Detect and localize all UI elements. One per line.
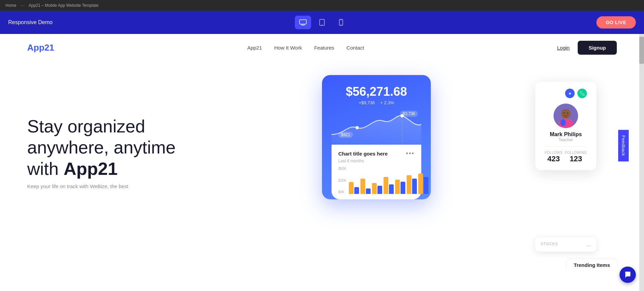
chat-icon [624, 271, 631, 278]
bar-group-7 [418, 174, 428, 194]
profile-avatar [554, 104, 578, 128]
following-count: 123 [565, 154, 587, 163]
bar-blue-7 [424, 177, 428, 194]
trending-items-label: Trending Items [567, 259, 617, 271]
nav-link-how-it-work[interactable]: How It Work [274, 45, 302, 51]
following-label: FOLLOWING [565, 151, 587, 154]
mobile-device-button[interactable] [333, 16, 349, 29]
chart-more-dots[interactable]: ••• [406, 150, 414, 157]
browser-home-link[interactable]: Home [5, 3, 16, 8]
chart-subtitle: Last 6 months [338, 159, 414, 163]
bar-blue-6 [412, 179, 417, 194]
y-label-0k: $0K [338, 190, 346, 194]
bar-blue-4 [389, 184, 394, 194]
nav-link-contact[interactable]: Contact [346, 45, 364, 51]
bar-group-2 [360, 179, 371, 194]
main-chart-card: $56,271.68 +$9,736 + 2.3% $3,736 $921 [322, 75, 431, 199]
chart-stat-dollars: +$9,736 [359, 100, 375, 105]
svg-point-9 [356, 126, 359, 129]
builder-logo: Responsive Demo [8, 19, 53, 25]
trending-section: Trending Items [0, 258, 644, 271]
bar-group-1 [349, 182, 359, 194]
svg-point-16 [563, 112, 565, 114]
hero-visuals: $56,271.68 +$9,736 + 2.3% $3,736 $921 [322, 68, 617, 258]
profile-stats: FOLLOWS 423 FOLLOWING 123 [545, 146, 587, 163]
site-logo: App21 [27, 42, 54, 53]
bar-group-4 [384, 177, 394, 194]
bar-group-6 [407, 175, 417, 194]
nav-login-link[interactable]: Login [557, 45, 570, 51]
browser-page-title: App21 – Mobile App Website Template [29, 3, 99, 8]
scrollbar[interactable] [639, 34, 644, 291]
hero-subtitle: Keep your life on track with WeBize, the… [27, 183, 170, 189]
site-navigation: App21 App21 How It Work Features Contact… [0, 34, 644, 61]
notification-icon-dot: ● [565, 89, 575, 98]
wave-point-high: $3,736 [400, 111, 418, 117]
stocks-header: STOCKS ... [541, 241, 591, 248]
profile-card: ● [535, 82, 596, 170]
bar-orange-4 [384, 177, 388, 194]
svg-point-15 [561, 109, 571, 119]
follows-stat: FOLLOWS 423 [545, 151, 562, 163]
builder-header: Responsive Demo GO LIVE [0, 11, 644, 34]
follows-count: 423 [545, 154, 562, 163]
chart-stat-percent: + 2.3% [380, 100, 394, 105]
browser-bar: Home — App21 – Mobile App Website Templa… [0, 0, 644, 11]
tablet-device-button[interactable] [314, 16, 330, 29]
bar-blue-5 [401, 182, 405, 194]
browser-separator: — [20, 3, 24, 8]
chart-title-text: Chart title goes here [338, 151, 388, 157]
phone-icon-dot [577, 89, 587, 98]
chart-stats: +$9,736 + 2.3% [332, 100, 421, 105]
y-axis-labels: $50K $25K $0K [338, 167, 346, 194]
bar-orange-7 [418, 174, 423, 194]
nav-links: App21 How It Work Features Contact [247, 45, 364, 51]
go-live-button[interactable]: GO LIVE [596, 16, 636, 29]
svg-point-8 [341, 24, 341, 25]
chart-wave: $3,736 $921 [332, 111, 421, 145]
device-switcher [295, 16, 349, 29]
avatar-svg [554, 104, 578, 128]
hero-title: Stay organized anywhere, anytime with Ap… [27, 116, 204, 179]
bar-blue-2 [366, 188, 371, 194]
phone-icon [580, 91, 584, 96]
chart-amount: $56,271.68 [332, 85, 421, 99]
follows-label: FOLLOWS [545, 151, 562, 154]
profile-icon-row: ● [545, 89, 587, 98]
nav-auth: Login Signup [557, 41, 617, 55]
chart-bottom: Chart title goes here ••• Last 6 months … [332, 145, 421, 199]
bar-orange-1 [349, 182, 354, 194]
logo-text-first: App [27, 42, 45, 53]
svg-point-17 [567, 112, 568, 114]
profile-role: Teacher [545, 138, 587, 142]
logo-text-highlight: 21 [45, 42, 54, 53]
bar-orange-3 [372, 183, 377, 194]
bar-blue-3 [377, 186, 382, 194]
scrollbar-thumb[interactable] [639, 37, 644, 64]
bar-chart-container: $50K $25K $0K [338, 167, 414, 194]
nav-link-features[interactable]: Features [314, 45, 334, 51]
bar-orange-6 [407, 175, 411, 194]
stocks-more-dots[interactable]: ... [587, 241, 591, 248]
bar-orange-5 [395, 180, 400, 194]
svg-point-5 [322, 24, 322, 25]
hero-text: Stay organized anywhere, anytime with Ap… [27, 68, 322, 258]
wave-point-low: $921 [338, 132, 353, 138]
bar-chart [349, 167, 428, 194]
desktop-device-button[interactable] [295, 16, 311, 29]
nav-signup-button[interactable]: Signup [578, 41, 617, 55]
y-label-25k: $25K [338, 179, 346, 182]
profile-name: Mark Philips [545, 131, 587, 138]
bar-blue-1 [354, 187, 359, 194]
bar-group-3 [372, 183, 382, 194]
chat-button[interactable] [620, 267, 636, 283]
svg-rect-0 [300, 20, 306, 24]
nav-link-app21[interactable]: App21 [247, 45, 262, 51]
feedback-tab[interactable]: Feedback [618, 130, 629, 161]
y-label-50k: $50K [338, 167, 346, 170]
chart-title-row: Chart title goes here ••• [338, 150, 414, 157]
stocks-card: STOCKS ... [535, 237, 596, 252]
main-content: App21 App21 How It Work Features Contact… [0, 34, 644, 291]
following-stat: FOLLOWING 123 [565, 151, 587, 163]
hero-section: Stay organized anywhere, anytime with Ap… [0, 61, 644, 258]
